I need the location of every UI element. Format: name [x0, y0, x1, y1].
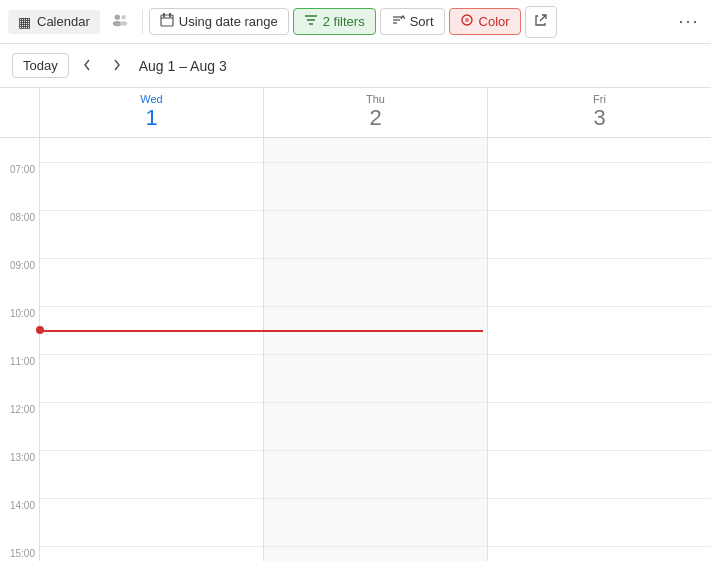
hour-line-fri-1500 — [488, 546, 711, 547]
svg-point-15 — [465, 18, 469, 22]
next-icon — [113, 58, 121, 74]
color-label: Color — [479, 14, 510, 29]
hour-line-1500 — [40, 546, 263, 547]
filter-icon — [304, 13, 318, 30]
color-icon — [460, 13, 474, 30]
hour-line-thu-1200 — [264, 402, 487, 403]
more-button[interactable]: ··· — [675, 8, 703, 36]
calendar-tab[interactable]: ▦ Calendar — [8, 10, 100, 34]
svg-rect-4 — [161, 15, 173, 26]
date-range-icon — [160, 13, 174, 30]
hour-line-0900 — [40, 258, 263, 259]
more-icon: ··· — [678, 11, 699, 32]
calendar-tab-label: Calendar — [37, 14, 90, 29]
svg-rect-7 — [169, 13, 171, 17]
time-offset-space — [0, 138, 39, 162]
hour-line-fri-1300 — [488, 450, 711, 451]
day-header-wed: Wed 1 — [40, 88, 264, 137]
date-range-label: Using date range — [179, 14, 278, 29]
hour-line-1200 — [40, 402, 263, 403]
day-name-fri: Fri — [593, 93, 606, 105]
sort-label: Sort — [410, 14, 434, 29]
svg-point-3 — [120, 21, 127, 26]
time-label-0900: 09:00 — [0, 258, 39, 306]
hour-line-fri-0700 — [488, 162, 711, 163]
nav-bar: Today Aug 1 – Aug 3 — [0, 44, 711, 88]
day-number-fri: 3 — [593, 105, 605, 131]
time-label-1200: 12:00 — [0, 402, 39, 450]
hour-line-thu-0900 — [264, 258, 487, 259]
toolbar: ▦ Calendar Using date range — [0, 0, 711, 44]
separator-1 — [142, 10, 143, 34]
prev-icon — [83, 58, 91, 74]
today-label: Today — [23, 58, 58, 73]
time-label-1100: 11:00 — [0, 354, 39, 402]
hour-line-0700 — [40, 162, 263, 163]
hour-line-1300 — [40, 450, 263, 451]
next-button[interactable] — [105, 54, 129, 78]
hour-line-fri-0800 — [488, 210, 711, 211]
today-button[interactable]: Today — [12, 53, 69, 78]
time-label-1400: 14:00 — [0, 498, 39, 546]
hour-line-thu-0800 — [264, 210, 487, 211]
people-icon — [111, 13, 129, 30]
time-label-1300: 13:00 — [0, 450, 39, 498]
sort-icon — [391, 13, 405, 30]
day-name-thu: Thu — [366, 93, 385, 105]
prev-button[interactable] — [75, 54, 99, 78]
day-header-thu: Thu 2 — [264, 88, 488, 137]
day-number-thu: 2 — [369, 105, 381, 131]
hour-line-1000 — [40, 306, 263, 307]
calendar-icon: ▦ — [18, 14, 31, 30]
date-range-button[interactable]: Using date range — [149, 8, 289, 35]
hour-line-fri-1400 — [488, 498, 711, 499]
hour-line-fri-1100 — [488, 354, 711, 355]
time-labels: 07:00 08:00 09:00 10:00 11:00 12:00 13:0… — [0, 138, 40, 561]
hour-line-0800 — [40, 210, 263, 211]
export-icon — [534, 13, 548, 30]
hour-line-thu-1000 — [264, 306, 487, 307]
hour-line-thu-1500 — [264, 546, 487, 547]
day-col-thu[interactable] — [264, 138, 488, 561]
day-headers: Wed 1 Thu 2 Fri 3 — [0, 88, 711, 138]
hour-line-thu-1100 — [264, 354, 487, 355]
people-button[interactable] — [104, 6, 136, 38]
svg-point-0 — [114, 15, 119, 20]
hour-line-1400 — [40, 498, 263, 499]
time-label-1500: 15:00 — [0, 546, 39, 561]
day-header-fri: Fri 3 — [488, 88, 711, 137]
hour-line-thu-1300 — [264, 450, 487, 451]
hour-line-thu-1400 — [264, 498, 487, 499]
svg-point-2 — [121, 15, 126, 19]
day-col-wed[interactable] — [40, 138, 264, 561]
time-label-0700: 07:00 — [0, 162, 39, 210]
color-button[interactable]: Color — [449, 8, 521, 35]
svg-rect-6 — [163, 13, 165, 17]
hour-line-1100 — [40, 354, 263, 355]
time-label-1000: 10:00 — [0, 306, 39, 354]
day-col-fri[interactable] — [488, 138, 711, 561]
hour-line-thu-0700 — [264, 162, 487, 163]
filters-button[interactable]: 2 filters — [293, 8, 376, 35]
calendar-grid: Wed 1 Thu 2 Fri 3 07:00 08:00 09:00 10:0… — [0, 88, 711, 561]
hour-line-fri-1000 — [488, 306, 711, 307]
svg-line-16 — [540, 15, 546, 21]
day-columns — [40, 138, 711, 561]
hour-line-fri-0900 — [488, 258, 711, 259]
filters-label: 2 filters — [323, 14, 365, 29]
day-name-wed: Wed — [140, 93, 162, 105]
day-number-wed: 1 — [145, 105, 157, 131]
sort-button[interactable]: Sort — [380, 8, 445, 35]
time-label-0800: 08:00 — [0, 210, 39, 258]
hour-line-fri-1200 — [488, 402, 711, 403]
time-header-space — [0, 88, 40, 137]
date-range-display: Aug 1 – Aug 3 — [139, 58, 227, 74]
export-button[interactable] — [525, 6, 557, 38]
time-grid-scroll: 07:00 08:00 09:00 10:00 11:00 12:00 13:0… — [0, 138, 711, 561]
